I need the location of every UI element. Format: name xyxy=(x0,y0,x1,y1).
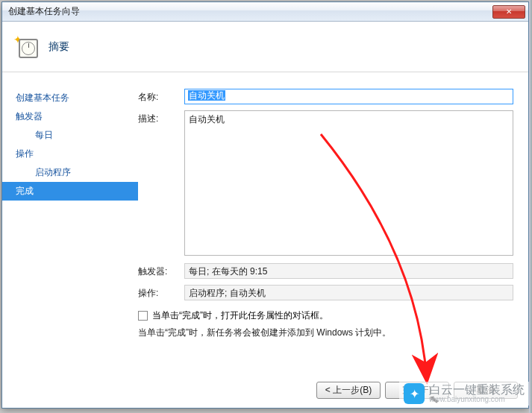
desc-label: 描述: xyxy=(138,110,184,256)
wizard-body: 创建基本任务 触发器 每日 操作 启动程序 完成 名称: 自动关机 描述: 自动… xyxy=(2,72,528,408)
close-icon: ✕ xyxy=(506,7,512,16)
watermark-text: 白云一键重装系统 xyxy=(429,384,525,396)
nav-create-basic-task[interactable]: 创建基本任务 xyxy=(2,89,138,107)
nav-daily[interactable]: 每日 xyxy=(2,126,138,145)
open-properties-checkbox-row[interactable]: 当单击“完成”时，打开此任务属性的对话框。 xyxy=(138,309,513,322)
trigger-summary: 每日; 在每天的 9:15 xyxy=(184,263,513,279)
trigger-label: 触发器: xyxy=(138,263,184,279)
wizard-content: 名称: 自动关机 描述: 自动关机 触发器: 每日; 在每天的 9:15 操作:… xyxy=(138,72,528,408)
right-edge-shadow xyxy=(529,0,532,413)
finish-info-text: 当单击“完成”时，新任务将会被创建并添加到 Windows 计划中。 xyxy=(138,327,513,339)
title-bar[interactable]: 创建基本任务向导 ✕ xyxy=(2,2,528,22)
wizard-window: 创建基本任务向导 ✕ ✦ 摘要 创建基本任务 触发器 每日 操作 启动程序 完成… xyxy=(1,1,529,409)
name-label: 名称: xyxy=(138,89,184,104)
task-scheduler-icon: ✦ xyxy=(16,36,38,58)
watermark-logo-icon: ✦ xyxy=(404,383,425,404)
open-properties-checkbox[interactable] xyxy=(138,311,148,321)
page-title: 摘要 xyxy=(48,40,69,54)
wizard-nav: 创建基本任务 触发器 每日 操作 启动程序 完成 xyxy=(2,72,138,408)
wizard-header: ✦ 摘要 xyxy=(2,22,528,72)
action-summary: 启动程序; 自动关机 xyxy=(184,285,513,300)
action-label: 操作: xyxy=(138,285,184,300)
desc-textarea[interactable]: 自动关机 xyxy=(184,110,513,256)
name-value: 自动关机 xyxy=(188,90,225,101)
nav-trigger[interactable]: 触发器 xyxy=(2,107,138,126)
nav-action[interactable]: 操作 xyxy=(2,145,138,163)
open-properties-label: 当单击“完成”时，打开此任务属性的对话框。 xyxy=(152,309,328,322)
watermark-url: www.baiyunxitong.com xyxy=(429,396,525,403)
desc-value: 自动关机 xyxy=(189,114,225,124)
close-button[interactable]: ✕ xyxy=(492,5,525,19)
back-button[interactable]: < 上一步(B) xyxy=(316,382,381,399)
watermark: ✦ 白云一键重装系统 www.baiyunxitong.com xyxy=(399,382,529,406)
nav-start-program[interactable]: 启动程序 xyxy=(2,163,138,182)
name-input[interactable]: 自动关机 xyxy=(184,89,513,104)
window-title: 创建基本任务向导 xyxy=(8,5,492,18)
nav-finish[interactable]: 完成 xyxy=(2,182,138,201)
